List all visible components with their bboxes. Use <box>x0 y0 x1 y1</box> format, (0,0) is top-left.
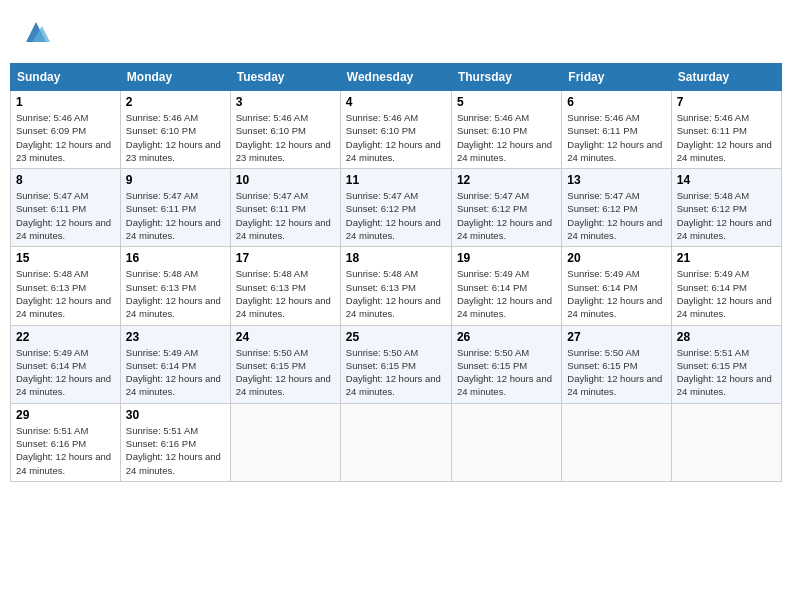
day-info: Sunrise: 5:49 AM Sunset: 6:14 PM Dayligh… <box>677 267 776 320</box>
day-number: 10 <box>236 173 335 187</box>
calendar-cell: 13 Sunrise: 5:47 AM Sunset: 6:12 PM Dayl… <box>562 169 671 247</box>
calendar-cell <box>451 403 561 481</box>
day-info: Sunrise: 5:50 AM Sunset: 6:15 PM Dayligh… <box>236 346 335 399</box>
calendar-cell: 22 Sunrise: 5:49 AM Sunset: 6:14 PM Dayl… <box>11 325 121 403</box>
calendar-cell: 24 Sunrise: 5:50 AM Sunset: 6:15 PM Dayl… <box>230 325 340 403</box>
calendar-cell: 5 Sunrise: 5:46 AM Sunset: 6:10 PM Dayli… <box>451 91 561 169</box>
day-number: 30 <box>126 408 225 422</box>
calendar-header-saturday: Saturday <box>671 64 781 91</box>
day-number: 7 <box>677 95 776 109</box>
calendar-cell: 23 Sunrise: 5:49 AM Sunset: 6:14 PM Dayl… <box>120 325 230 403</box>
calendar-cell: 14 Sunrise: 5:48 AM Sunset: 6:12 PM Dayl… <box>671 169 781 247</box>
calendar-cell <box>671 403 781 481</box>
day-number: 6 <box>567 95 665 109</box>
day-number: 25 <box>346 330 446 344</box>
calendar-cell: 15 Sunrise: 5:48 AM Sunset: 6:13 PM Dayl… <box>11 247 121 325</box>
calendar-header-wednesday: Wednesday <box>340 64 451 91</box>
day-number: 16 <box>126 251 225 265</box>
day-info: Sunrise: 5:46 AM Sunset: 6:11 PM Dayligh… <box>567 111 665 164</box>
calendar-cell: 30 Sunrise: 5:51 AM Sunset: 6:16 PM Dayl… <box>120 403 230 481</box>
calendar-cell: 7 Sunrise: 5:46 AM Sunset: 6:11 PM Dayli… <box>671 91 781 169</box>
calendar-cell <box>340 403 451 481</box>
calendar-week-1: 1 Sunrise: 5:46 AM Sunset: 6:09 PM Dayli… <box>11 91 782 169</box>
day-number: 8 <box>16 173 115 187</box>
day-number: 20 <box>567 251 665 265</box>
calendar-week-4: 22 Sunrise: 5:49 AM Sunset: 6:14 PM Dayl… <box>11 325 782 403</box>
day-info: Sunrise: 5:46 AM Sunset: 6:10 PM Dayligh… <box>126 111 225 164</box>
calendar-cell: 2 Sunrise: 5:46 AM Sunset: 6:10 PM Dayli… <box>120 91 230 169</box>
day-info: Sunrise: 5:47 AM Sunset: 6:11 PM Dayligh… <box>126 189 225 242</box>
day-info: Sunrise: 5:51 AM Sunset: 6:15 PM Dayligh… <box>677 346 776 399</box>
calendar-cell: 28 Sunrise: 5:51 AM Sunset: 6:15 PM Dayl… <box>671 325 781 403</box>
calendar-week-3: 15 Sunrise: 5:48 AM Sunset: 6:13 PM Dayl… <box>11 247 782 325</box>
day-info: Sunrise: 5:48 AM Sunset: 6:13 PM Dayligh… <box>16 267 115 320</box>
calendar-cell: 21 Sunrise: 5:49 AM Sunset: 6:14 PM Dayl… <box>671 247 781 325</box>
day-number: 23 <box>126 330 225 344</box>
day-number: 18 <box>346 251 446 265</box>
calendar-week-5: 29 Sunrise: 5:51 AM Sunset: 6:16 PM Dayl… <box>11 403 782 481</box>
calendar-cell: 11 Sunrise: 5:47 AM Sunset: 6:12 PM Dayl… <box>340 169 451 247</box>
calendar-week-2: 8 Sunrise: 5:47 AM Sunset: 6:11 PM Dayli… <box>11 169 782 247</box>
day-number: 17 <box>236 251 335 265</box>
day-info: Sunrise: 5:50 AM Sunset: 6:15 PM Dayligh… <box>457 346 556 399</box>
header <box>10 10 782 55</box>
calendar-cell: 6 Sunrise: 5:46 AM Sunset: 6:11 PM Dayli… <box>562 91 671 169</box>
calendar-cell: 27 Sunrise: 5:50 AM Sunset: 6:15 PM Dayl… <box>562 325 671 403</box>
day-number: 12 <box>457 173 556 187</box>
day-number: 13 <box>567 173 665 187</box>
day-info: Sunrise: 5:46 AM Sunset: 6:09 PM Dayligh… <box>16 111 115 164</box>
day-info: Sunrise: 5:49 AM Sunset: 6:14 PM Dayligh… <box>126 346 225 399</box>
day-number: 15 <box>16 251 115 265</box>
day-number: 14 <box>677 173 776 187</box>
day-info: Sunrise: 5:48 AM Sunset: 6:13 PM Dayligh… <box>236 267 335 320</box>
calendar-cell: 4 Sunrise: 5:46 AM Sunset: 6:10 PM Dayli… <box>340 91 451 169</box>
day-info: Sunrise: 5:48 AM Sunset: 6:13 PM Dayligh… <box>346 267 446 320</box>
calendar-cell: 20 Sunrise: 5:49 AM Sunset: 6:14 PM Dayl… <box>562 247 671 325</box>
calendar-header-monday: Monday <box>120 64 230 91</box>
day-info: Sunrise: 5:47 AM Sunset: 6:11 PM Dayligh… <box>16 189 115 242</box>
calendar-cell: 29 Sunrise: 5:51 AM Sunset: 6:16 PM Dayl… <box>11 403 121 481</box>
calendar-cell: 25 Sunrise: 5:50 AM Sunset: 6:15 PM Dayl… <box>340 325 451 403</box>
calendar-header-friday: Friday <box>562 64 671 91</box>
day-number: 1 <box>16 95 115 109</box>
day-info: Sunrise: 5:47 AM Sunset: 6:11 PM Dayligh… <box>236 189 335 242</box>
calendar-cell: 8 Sunrise: 5:47 AM Sunset: 6:11 PM Dayli… <box>11 169 121 247</box>
day-number: 11 <box>346 173 446 187</box>
day-info: Sunrise: 5:49 AM Sunset: 6:14 PM Dayligh… <box>567 267 665 320</box>
day-info: Sunrise: 5:49 AM Sunset: 6:14 PM Dayligh… <box>16 346 115 399</box>
day-number: 4 <box>346 95 446 109</box>
day-number: 27 <box>567 330 665 344</box>
calendar-header-thursday: Thursday <box>451 64 561 91</box>
day-info: Sunrise: 5:50 AM Sunset: 6:15 PM Dayligh… <box>567 346 665 399</box>
day-info: Sunrise: 5:46 AM Sunset: 6:11 PM Dayligh… <box>677 111 776 164</box>
day-number: 29 <box>16 408 115 422</box>
logo <box>20 18 50 51</box>
day-info: Sunrise: 5:47 AM Sunset: 6:12 PM Dayligh… <box>457 189 556 242</box>
day-number: 26 <box>457 330 556 344</box>
calendar-table: SundayMondayTuesdayWednesdayThursdayFrid… <box>10 63 782 482</box>
day-number: 24 <box>236 330 335 344</box>
day-number: 3 <box>236 95 335 109</box>
calendar-cell: 26 Sunrise: 5:50 AM Sunset: 6:15 PM Dayl… <box>451 325 561 403</box>
calendar-cell: 19 Sunrise: 5:49 AM Sunset: 6:14 PM Dayl… <box>451 247 561 325</box>
day-info: Sunrise: 5:47 AM Sunset: 6:12 PM Dayligh… <box>346 189 446 242</box>
day-number: 19 <box>457 251 556 265</box>
calendar-cell: 9 Sunrise: 5:47 AM Sunset: 6:11 PM Dayli… <box>120 169 230 247</box>
day-info: Sunrise: 5:46 AM Sunset: 6:10 PM Dayligh… <box>457 111 556 164</box>
calendar-cell: 12 Sunrise: 5:47 AM Sunset: 6:12 PM Dayl… <box>451 169 561 247</box>
logo-icon <box>22 18 50 46</box>
calendar-cell: 18 Sunrise: 5:48 AM Sunset: 6:13 PM Dayl… <box>340 247 451 325</box>
calendar-cell: 17 Sunrise: 5:48 AM Sunset: 6:13 PM Dayl… <box>230 247 340 325</box>
day-number: 9 <box>126 173 225 187</box>
calendar-cell: 10 Sunrise: 5:47 AM Sunset: 6:11 PM Dayl… <box>230 169 340 247</box>
day-info: Sunrise: 5:49 AM Sunset: 6:14 PM Dayligh… <box>457 267 556 320</box>
calendar-header-sunday: Sunday <box>11 64 121 91</box>
calendar-header-row: SundayMondayTuesdayWednesdayThursdayFrid… <box>11 64 782 91</box>
calendar-cell: 3 Sunrise: 5:46 AM Sunset: 6:10 PM Dayli… <box>230 91 340 169</box>
day-info: Sunrise: 5:50 AM Sunset: 6:15 PM Dayligh… <box>346 346 446 399</box>
day-number: 21 <box>677 251 776 265</box>
day-number: 2 <box>126 95 225 109</box>
calendar-header-tuesday: Tuesday <box>230 64 340 91</box>
calendar-cell: 16 Sunrise: 5:48 AM Sunset: 6:13 PM Dayl… <box>120 247 230 325</box>
calendar-body: 1 Sunrise: 5:46 AM Sunset: 6:09 PM Dayli… <box>11 91 782 482</box>
